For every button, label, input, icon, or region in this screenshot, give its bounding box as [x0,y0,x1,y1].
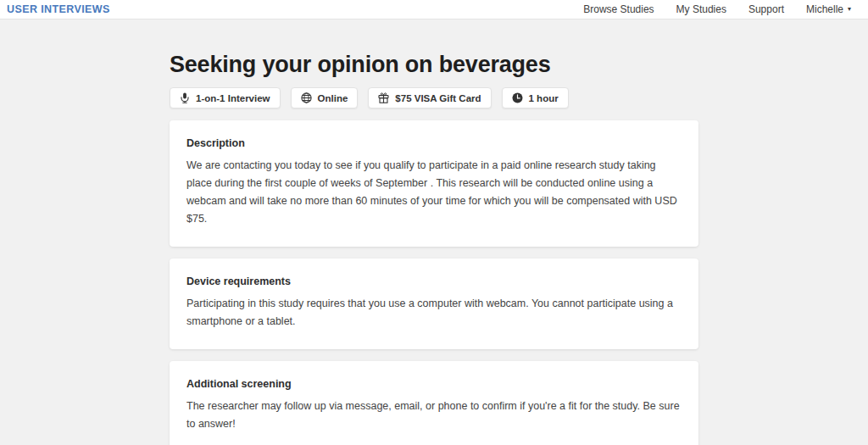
section-heading: Additional screening [186,378,682,390]
tag-location: Online [291,87,359,108]
section-heading: Device requirements [186,275,682,287]
top-navbar: USER INTERVIEWS Browse Studies My Studie… [0,0,868,19]
tag-duration: 1 hour [502,87,569,108]
globe-icon [301,92,312,103]
nav-item-browse-studies[interactable]: Browse Studies [583,3,654,15]
user-menu[interactable]: Michelle ▾ [806,3,851,15]
tag-interview-type: 1-on-1 Interview [170,87,281,108]
tag-label: $75 VISA Gift Card [395,93,481,103]
caret-down-icon: ▾ [848,6,851,13]
study-tags: 1-on-1 Interview Online [170,87,698,108]
study-detail-page: Seeking your opinion on beverages 1-on-1… [170,52,698,445]
user-name: Michelle [806,3,843,15]
microphone-icon [180,92,190,103]
clock-icon [512,92,523,103]
nav-item-support[interactable]: Support [748,3,784,15]
brand-logo[interactable]: USER INTERVIEWS [7,3,110,15]
page-title: Seeking your opinion on beverages [170,52,698,78]
tag-label: 1 hour [529,93,559,103]
main-nav: Browse Studies My Studies Support Michel… [583,3,860,15]
section-body: Participating in this study requires tha… [186,295,682,331]
nav-item-my-studies[interactable]: My Studies [676,3,726,15]
section-heading: Description [186,137,682,149]
section-body: We are contacting you today to see if yo… [186,157,682,228]
additional-screening-card: Additional screening The researcher may … [170,361,698,445]
section-body: The researcher may follow up via message… [186,398,682,433]
description-card: Description We are contacting you today … [170,120,698,247]
gift-icon [378,92,389,103]
tag-incentive: $75 VISA Gift Card [368,87,491,108]
device-requirements-card: Device requirements Participating in thi… [170,259,698,349]
tag-label: 1-on-1 Interview [196,93,270,103]
tag-label: Online [318,93,348,103]
